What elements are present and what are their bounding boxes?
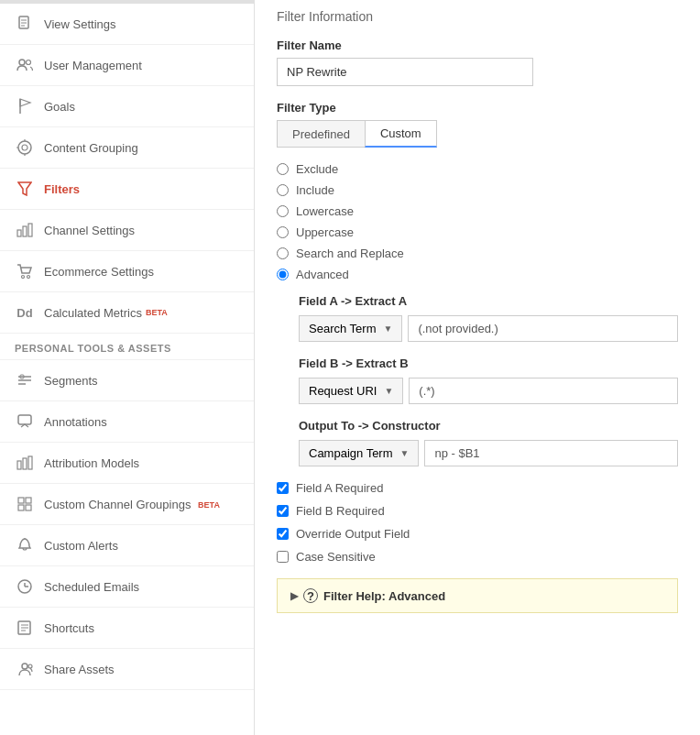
section-title: Filter Information: [277, 9, 678, 27]
sidebar-item-label: Calculated Metrics: [44, 306, 142, 320]
sidebar-item-label: Filters: [44, 182, 80, 196]
radio-exclude[interactable]: Exclude: [277, 162, 678, 176]
clock-icon: [15, 576, 35, 597]
sidebar-item-label: Channel Settings: [44, 224, 135, 237]
svg-point-7: [18, 141, 31, 154]
filter-icon: [15, 179, 35, 199]
sidebar: View Settings User Management Goals: [0, 0, 255, 735]
checkbox-override-label: Override Output Field: [296, 527, 410, 541]
sidebar-custom-alerts[interactable]: Custom Alerts: [0, 525, 254, 566]
sidebar-shortcuts[interactable]: Shortcuts: [0, 608, 254, 649]
dropdown-arrow-b: ▼: [384, 386, 393, 396]
radio-lowercase-label: Lowercase: [296, 204, 354, 218]
sidebar-item-label: Attribution Models: [44, 456, 139, 470]
dd-icon: Dd: [15, 302, 35, 323]
radio-search-replace[interactable]: Search and Replace: [277, 247, 678, 260]
filter-help-bar[interactable]: ▶ ? Filter Help: Advanced: [277, 578, 678, 613]
sidebar-attribution-models[interactable]: Attribution Models: [0, 443, 254, 484]
svg-point-4: [19, 60, 25, 65]
field-b-dropdown[interactable]: Request URI ▼: [299, 378, 403, 404]
sidebar-item-label: User Management: [44, 59, 142, 72]
personal-tools-header: PERSONAL TOOLS & ASSETS: [0, 334, 254, 360]
sidebar-share-assets[interactable]: Share Assets: [0, 649, 254, 690]
sidebar-ecommerce-settings[interactable]: Ecommerce Settings: [0, 251, 254, 292]
sidebar-content-grouping[interactable]: Content Grouping: [0, 127, 254, 169]
field-a-label: Field A -> Extract A: [299, 294, 678, 308]
sidebar-goals[interactable]: Goals: [0, 86, 254, 127]
chart-icon: [15, 220, 35, 240]
sidebar-item-label: Ecommerce Settings: [44, 265, 154, 279]
bar-chart-icon: [15, 453, 35, 473]
checkbox-field-b-label: Field B Required: [296, 504, 385, 518]
svg-rect-23: [17, 461, 21, 469]
target-icon: [15, 137, 35, 158]
svg-point-16: [22, 276, 25, 279]
svg-rect-28: [18, 505, 24, 510]
svg-rect-22: [18, 415, 31, 424]
svg-point-38: [22, 664, 27, 669]
svg-rect-14: [23, 226, 27, 236]
filter-name-label: Filter Name: [277, 38, 678, 52]
sidebar-view-settings[interactable]: View Settings: [0, 4, 254, 45]
radio-options-group: Exclude Include Lowercase Uppercase Sear…: [277, 162, 678, 281]
cart-icon: [15, 261, 35, 281]
flag-icon: [15, 96, 35, 116]
sidebar-annotations[interactable]: Annotations: [0, 401, 254, 443]
field-b-row: Request URI ▼: [299, 378, 678, 404]
alert-icon: [15, 535, 35, 555]
grid-icon: [15, 494, 35, 514]
annotations-icon: [15, 411, 35, 432]
share-icon: [15, 659, 35, 679]
field-a-dropdown[interactable]: Search Term ▼: [299, 315, 402, 342]
beta-badge-channel: BETA: [198, 500, 220, 510]
sidebar-item-label: Shortcuts: [44, 621, 94, 635]
checkbox-case-sensitive[interactable]: Case Sensitive: [277, 550, 678, 564]
radio-include-label: Include: [296, 183, 334, 197]
field-b-dropdown-label: Request URI: [309, 384, 377, 398]
sidebar-item-label: Goals: [44, 100, 75, 114]
predefined-btn[interactable]: Predefined: [277, 120, 365, 148]
field-b-input[interactable]: [409, 378, 678, 404]
field-a-input[interactable]: [408, 315, 678, 342]
dropdown-arrow: ▼: [383, 324, 392, 334]
filter-name-input[interactable]: [277, 58, 533, 86]
field-a-row: Search Term ▼: [299, 315, 678, 342]
checkbox-field-a-label: Field A Required: [296, 481, 383, 495]
radio-lowercase[interactable]: Lowercase: [277, 204, 678, 218]
custom-btn[interactable]: Custom: [365, 120, 437, 148]
output-input[interactable]: [424, 440, 678, 466]
sidebar-item-label: Custom Channel Groupings BETA: [44, 498, 220, 511]
field-b-label: Field B -> Extract B: [299, 357, 678, 370]
radio-advanced[interactable]: Advanced: [277, 268, 678, 281]
svg-rect-15: [28, 224, 32, 236]
sidebar-item-label: Annotations: [44, 415, 107, 429]
svg-rect-27: [26, 498, 31, 503]
sidebar-channel-settings[interactable]: Channel Settings: [0, 210, 254, 251]
svg-rect-26: [18, 498, 24, 503]
beta-badge: BETA: [146, 308, 168, 317]
filter-name-group: Filter Name: [277, 38, 678, 86]
field-a-dropdown-label: Search Term: [309, 322, 376, 335]
sidebar-custom-channel-groupings[interactable]: Custom Channel Groupings BETA: [0, 484, 254, 525]
radio-uppercase[interactable]: Uppercase: [277, 225, 678, 239]
sidebar-calculated-metrics[interactable]: Dd Calculated Metrics BETA: [0, 292, 254, 334]
sidebar-item-label: Share Assets: [44, 663, 115, 676]
output-label: Output To -> Constructor: [299, 419, 678, 433]
radio-search-replace-label: Search and Replace: [296, 247, 404, 260]
dropdown-arrow-output: ▼: [400, 448, 410, 458]
svg-rect-25: [28, 456, 32, 469]
svg-rect-24: [23, 458, 27, 469]
radio-include[interactable]: Include: [277, 183, 678, 197]
radio-uppercase-label: Uppercase: [296, 225, 354, 239]
sidebar-segments[interactable]: Segments: [0, 360, 254, 401]
sidebar-scheduled-emails[interactable]: Scheduled Emails: [0, 566, 254, 608]
checkbox-field-b-required[interactable]: Field B Required: [277, 504, 678, 518]
checkbox-field-a-required[interactable]: Field A Required: [277, 481, 678, 495]
checkbox-override-output[interactable]: Override Output Field: [277, 527, 678, 541]
sidebar-user-management[interactable]: User Management: [0, 45, 254, 86]
users-icon: [15, 55, 35, 75]
radio-exclude-label: Exclude: [296, 162, 338, 176]
sidebar-filters[interactable]: Filters: [0, 169, 254, 210]
svg-rect-13: [17, 230, 21, 236]
output-dropdown[interactable]: Campaign Term ▼: [299, 440, 419, 466]
